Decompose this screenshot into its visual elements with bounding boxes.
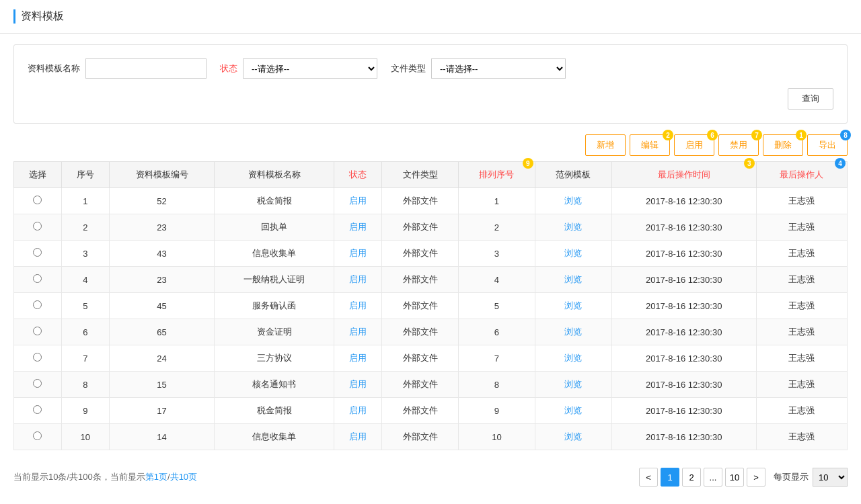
col-sortno: 排列序号 9: [459, 162, 535, 188]
row-browse[interactable]: 浏览: [535, 293, 611, 319]
toolbar: 新增 编辑 2 启用 6 禁用 7 删除 1 导出 8: [13, 134, 848, 156]
row-filetype: 外部文件: [382, 267, 459, 293]
delete-button[interactable]: 删除 1: [763, 134, 803, 156]
page-link-total[interactable]: 共10页: [170, 472, 197, 482]
row-opuser: 王志强: [756, 398, 847, 424]
row-name: 核名通知书: [215, 372, 334, 398]
row-opuser: 王志强: [756, 214, 847, 241]
next-page-btn[interactable]: >: [747, 468, 765, 487]
row-status: 启用: [334, 372, 382, 398]
row-code: 52: [109, 188, 215, 214]
row-name: 一般纳税人证明: [215, 267, 334, 293]
page-link-current[interactable]: 第1页: [145, 472, 167, 482]
row-status: 启用: [334, 319, 382, 345]
table-row: 6 65 资金证明 启用 外部文件 6 浏览 2017-8-16 12:30:3…: [14, 319, 848, 345]
row-name: 税金简报: [215, 398, 334, 424]
new-button[interactable]: 新增: [585, 134, 626, 156]
row-seq: 5: [61, 293, 109, 319]
row-optime: 2017-8-16 12:30:30: [611, 267, 756, 293]
row-browse[interactable]: 浏览: [535, 267, 611, 293]
row-seq: 1: [61, 188, 109, 214]
table-row: 3 43 信息收集单 启用 外部文件 3 浏览 2017-8-16 12:30:…: [14, 241, 848, 267]
col-code: 资料模板编号: [109, 162, 215, 188]
row-sortno: 7: [459, 345, 535, 372]
row-select-cell[interactable]: [14, 345, 62, 372]
row-radio[interactable]: [33, 405, 42, 414]
table-row: 8 15 核名通知书 启用 外部文件 8 浏览 2017-8-16 12:30:…: [14, 372, 848, 398]
row-status: 启用: [334, 398, 382, 424]
col-seq: 序号: [61, 162, 109, 188]
row-opuser: 王志强: [756, 188, 847, 214]
row-opuser: 王志强: [756, 241, 847, 267]
row-radio[interactable]: [33, 379, 42, 388]
row-select-cell[interactable]: [14, 424, 62, 450]
row-select-cell[interactable]: [14, 398, 62, 424]
query-button[interactable]: 查询: [788, 88, 833, 110]
row-radio[interactable]: [33, 274, 42, 283]
prev-page-btn[interactable]: <: [639, 468, 658, 487]
row-status: 启用: [334, 345, 382, 372]
row-status: 启用: [334, 214, 382, 241]
row-opuser: 王志强: [756, 319, 847, 345]
filetype-select[interactable]: --请选择-- 外部文件 内部文件: [431, 58, 566, 79]
pagination-bar: 当前显示10条/共100条，当前显示第1页/共10页 < 1 2 ... 10 …: [0, 461, 861, 493]
row-status: 启用: [334, 241, 382, 267]
row-radio[interactable]: [33, 300, 42, 309]
sortno-badge: 9: [523, 158, 533, 169]
search-name-input[interactable]: [85, 58, 207, 79]
delete-badge: 1: [796, 130, 807, 140]
enable-button[interactable]: 启用 6: [674, 134, 714, 156]
page-btn-ellipsis: ...: [704, 468, 722, 487]
page-btn-2[interactable]: 2: [682, 468, 701, 487]
row-filetype: 外部文件: [382, 398, 459, 424]
row-name: 税金简报: [215, 188, 334, 214]
row-radio[interactable]: [33, 222, 42, 230]
status-select[interactable]: --请选择-- 启用 禁用: [243, 58, 377, 79]
row-radio[interactable]: [33, 327, 42, 335]
pagination-info: 当前显示10条/共100条，当前显示第1页/共10页: [13, 471, 197, 483]
row-code: 43: [109, 241, 215, 267]
enable-badge: 6: [707, 130, 718, 140]
row-radio[interactable]: [33, 248, 42, 257]
row-browse[interactable]: 浏览: [535, 188, 611, 214]
edit-button[interactable]: 编辑 2: [630, 134, 670, 156]
row-browse[interactable]: 浏览: [535, 424, 611, 450]
export-button[interactable]: 导出 8: [807, 134, 848, 156]
row-select-cell[interactable]: [14, 267, 62, 293]
row-select-cell[interactable]: [14, 241, 62, 267]
row-browse[interactable]: 浏览: [535, 345, 611, 372]
row-select-cell[interactable]: [14, 319, 62, 345]
page-btn-10[interactable]: 10: [725, 468, 744, 487]
row-select-cell[interactable]: [14, 214, 62, 241]
row-radio[interactable]: [33, 353, 42, 362]
row-optime: 2017-8-16 12:30:30: [611, 398, 756, 424]
row-opuser: 王志强: [756, 267, 847, 293]
row-select-cell[interactable]: [14, 188, 62, 214]
page-size-select[interactable]: 10 20 50 100: [813, 468, 848, 487]
row-code: 14: [109, 424, 215, 450]
row-radio[interactable]: [33, 431, 42, 440]
row-browse[interactable]: 浏览: [535, 372, 611, 398]
row-select-cell[interactable]: [14, 372, 62, 398]
table-row: 2 23 回执单 启用 外部文件 2 浏览 2017-8-16 12:30:30…: [14, 214, 848, 241]
row-optime: 2017-8-16 12:30:30: [611, 424, 756, 450]
label-filetype: 文件类型: [391, 62, 426, 75]
col-filetype: 文件类型: [382, 162, 459, 188]
row-browse[interactable]: 浏览: [535, 319, 611, 345]
page-btn-1[interactable]: 1: [661, 468, 679, 487]
row-radio[interactable]: [33, 196, 42, 204]
disable-button[interactable]: 禁用 7: [718, 134, 759, 156]
row-sortno: 3: [459, 241, 535, 267]
row-sortno: 9: [459, 398, 535, 424]
row-select-cell[interactable]: [14, 293, 62, 319]
row-sortno: 8: [459, 372, 535, 398]
row-sortno: 1: [459, 188, 535, 214]
row-name: 资金证明: [215, 319, 334, 345]
row-status: 启用: [334, 424, 382, 450]
row-browse[interactable]: 浏览: [535, 214, 611, 241]
opuser-badge: 4: [835, 158, 846, 169]
data-table: 选择 序号 资料模板编号 资料模板名称 状态 文件类型 排列序号 9 范例模板 …: [13, 161, 848, 450]
row-browse[interactable]: 浏览: [535, 241, 611, 267]
label-status: 状态: [220, 62, 237, 75]
row-browse[interactable]: 浏览: [535, 398, 611, 424]
